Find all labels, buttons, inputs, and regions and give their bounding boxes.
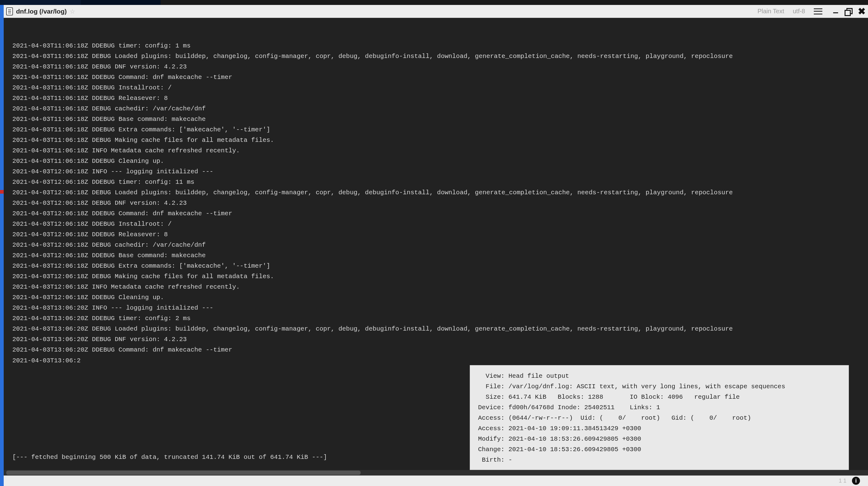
info-icon[interactable]: i (852, 477, 860, 485)
file-stat-tooltip: View: Head file output File: /var/log/dn… (470, 365, 849, 470)
file-icon (6, 7, 13, 16)
truncation-notice: [--- fetched beginning 500 KiB of data, … (12, 452, 327, 462)
desktop-taskbar (0, 0, 868, 5)
titlebar: dnf.log (/var/log) ☆ Plain Text utf-8 ✖ (4, 5, 868, 18)
cursor-position: 1 1 (839, 478, 846, 484)
edge-indicator (0, 190, 4, 194)
desktop-left-edge (0, 5, 4, 486)
taskbar-active-app[interactable] (81, 0, 161, 5)
window-title: dnf.log (/var/log) (16, 8, 67, 15)
minimize-button[interactable] (832, 7, 840, 16)
favorite-star-icon[interactable]: ☆ (70, 8, 75, 15)
horizontal-scrollbar[interactable] (4, 470, 868, 476)
scrollbar-thumb[interactable] (6, 470, 361, 475)
log-text[interactable]: 2021-04-03T11:06:18Z DDEBUG timer: confi… (12, 41, 863, 366)
menu-icon[interactable] (814, 8, 823, 14)
maximize-button[interactable] (844, 7, 852, 16)
encoding-mode[interactable]: utf-8 (793, 8, 805, 15)
syntax-mode[interactable]: Plain Text (758, 8, 784, 15)
statusbar: 1 1 i (4, 476, 868, 486)
close-button[interactable]: ✖ (858, 7, 866, 16)
